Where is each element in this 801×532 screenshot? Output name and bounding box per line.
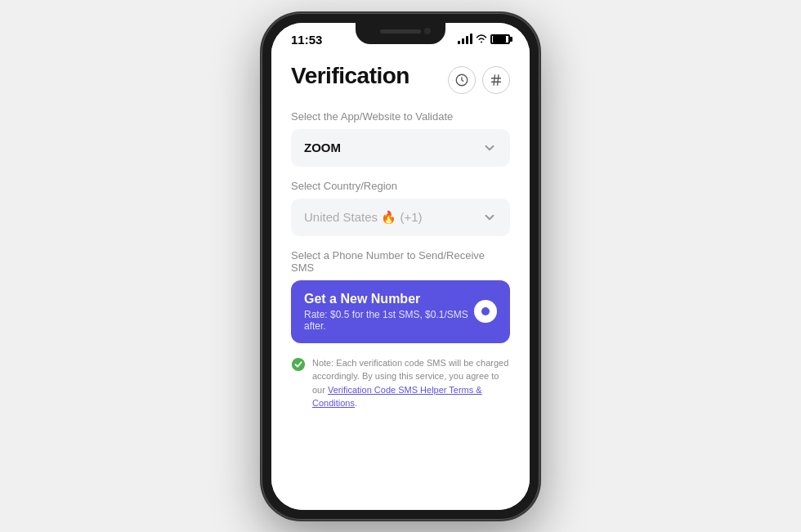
app-content: Verification: [271, 50, 530, 510]
app-dropdown[interactable]: ZOOM: [291, 129, 510, 167]
note-text: Note: Each verification code SMS will be…: [312, 356, 510, 410]
phone-section-label: Select a Phone Number to Send/Receive SM…: [291, 249, 510, 274]
country-dropdown[interactable]: United States 🔥 (+1): [291, 199, 510, 236]
terms-link[interactable]: Verification Code SMS Helper Terms & Con…: [312, 385, 482, 409]
phone-number-title: Get a New Number: [304, 292, 474, 306]
hashtag-icon: [489, 73, 503, 87]
svg-line-4: [498, 74, 499, 86]
app-dropdown-value: ZOOM: [304, 141, 341, 154]
radio-inner: [481, 307, 490, 315]
country-chevron-icon: [482, 210, 497, 225]
speaker: [380, 29, 421, 34]
page-title: Verification: [291, 63, 409, 89]
hashtag-button[interactable]: [482, 66, 510, 94]
get-new-number-button[interactable]: Get a New Number Rate: $0.5 for the 1st …: [291, 280, 510, 343]
wifi-icon: [476, 34, 487, 45]
note-section: Note: Each verification code SMS will be…: [291, 356, 510, 410]
page-header: Verification: [291, 63, 510, 94]
phone-number-info: Get a New Number Rate: $0.5 for the 1st …: [304, 292, 474, 332]
header-icons: [448, 63, 510, 94]
radio-button: [474, 300, 497, 323]
signal-icon: [458, 34, 472, 44]
app-chevron-icon: [482, 141, 497, 155]
svg-line-3: [494, 74, 495, 86]
history-icon: [454, 73, 469, 87]
country-dropdown-value: United States 🔥 (+1): [304, 210, 422, 225]
battery-icon: [490, 34, 510, 44]
phone-screen: 11:53: [271, 23, 530, 510]
status-time: 11:53: [291, 33, 322, 47]
country-section-label: Select Country/Region: [291, 180, 510, 192]
svg-point-5: [292, 357, 305, 370]
check-icon: [291, 357, 306, 372]
notch: [356, 23, 445, 44]
app-section-label: Select the App/Website to Validate: [291, 110, 510, 123]
status-icons: [458, 34, 510, 45]
phone-frame: 11:53: [262, 13, 539, 520]
history-button[interactable]: [448, 66, 476, 94]
camera: [424, 28, 431, 34]
phone-number-rate: Rate: $0.5 for the 1st SMS, $0.1/SMS aft…: [304, 309, 474, 332]
